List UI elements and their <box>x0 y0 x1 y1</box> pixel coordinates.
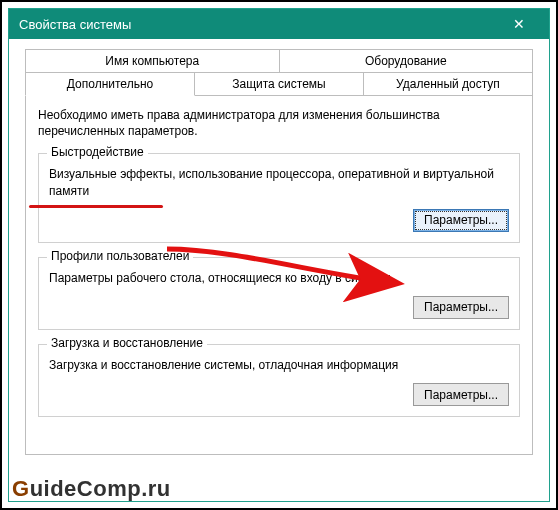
window-title: Свойства системы <box>19 17 499 32</box>
group-description: Визуальные эффекты, использование процес… <box>49 166 509 198</box>
profiles-settings-button[interactable]: Параметры... <box>413 296 509 319</box>
group-legend: Быстродействие <box>47 145 148 159</box>
group-legend: Профили пользователей <box>47 249 193 263</box>
tab-row-2: Дополнительно Защита системы Удаленный д… <box>25 72 533 96</box>
annotation-underline <box>29 205 163 208</box>
button-row: Параметры... <box>49 296 509 319</box>
tab-label: Удаленный доступ <box>396 77 500 91</box>
group-description: Загрузка и восстановление системы, отлад… <box>49 357 509 373</box>
tab-system-protection[interactable]: Защита системы <box>195 72 364 96</box>
button-row: Параметры... <box>49 209 509 232</box>
watermark-rest: uideComp.ru <box>30 476 171 501</box>
tab-row-1: Имя компьютера Оборудование <box>25 49 533 72</box>
tab-advanced[interactable]: Дополнительно <box>25 72 195 96</box>
intro-text: Необходимо иметь права администратора дл… <box>38 107 520 139</box>
performance-settings-button[interactable]: Параметры... <box>413 209 509 232</box>
system-properties-window: Свойства системы ✕ Имя компьютера Оборуд… <box>8 8 550 502</box>
tab-label: Имя компьютера <box>105 54 199 68</box>
tab-label: Дополнительно <box>67 77 153 91</box>
watermark: GuideComp.ru <box>12 476 171 502</box>
close-icon: ✕ <box>513 16 525 32</box>
group-description: Параметры рабочего стола, относящиеся ко… <box>49 270 509 286</box>
startup-settings-button[interactable]: Параметры... <box>413 383 509 406</box>
group-legend: Загрузка и восстановление <box>47 336 207 350</box>
button-label: Параметры... <box>424 300 498 314</box>
watermark-first-letter: G <box>12 476 30 501</box>
button-label: Параметры... <box>424 388 498 402</box>
group-performance: Быстродействие Визуальные эффекты, испол… <box>38 153 520 242</box>
close-button[interactable]: ✕ <box>499 9 539 39</box>
titlebar: Свойства системы ✕ <box>9 9 549 39</box>
button-label: Параметры... <box>424 213 498 227</box>
tab-label: Оборудование <box>365 54 447 68</box>
client-area: Имя компьютера Оборудование Дополнительн… <box>9 39 549 501</box>
button-row: Параметры... <box>49 383 509 406</box>
tab-body-advanced: Необходимо иметь права администратора дл… <box>25 95 533 455</box>
group-startup-recovery: Загрузка и восстановление Загрузка и вос… <box>38 344 520 417</box>
tab-remote[interactable]: Удаленный доступ <box>364 72 533 96</box>
group-user-profiles: Профили пользователей Параметры рабочего… <box>38 257 520 330</box>
tab-hardware[interactable]: Оборудование <box>280 49 534 72</box>
tab-label: Защита системы <box>232 77 325 91</box>
tab-computer-name[interactable]: Имя компьютера <box>25 49 280 72</box>
